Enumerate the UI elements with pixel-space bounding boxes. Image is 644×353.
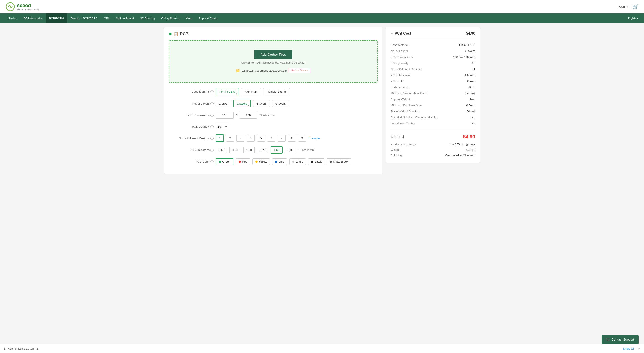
dimensions-row: PCB Dimensions i * * Units in mm [169, 112, 378, 119]
base-aluminum-btn[interactable]: Aluminum [241, 88, 261, 95]
weight-row: Weight 0.32kg [391, 147, 475, 153]
white-dot [292, 161, 294, 163]
weight-value: 0.32kg [466, 148, 475, 151]
diff-designs-info-icon[interactable]: i [210, 137, 214, 140]
base-material-info-icon[interactable]: i [210, 90, 214, 93]
quantity-info-icon[interactable]: i [210, 125, 214, 128]
thickness-120-btn[interactable]: 1.20 [257, 147, 268, 153]
color-black-btn[interactable]: Black [308, 158, 324, 165]
logo-name: seeed [17, 3, 41, 8]
top-header: seeed The IoT Hardware Enabler Sign in 🛒 [0, 0, 644, 13]
designs-8-btn[interactable]: 8 [288, 135, 296, 142]
file-name: 1545916_7segment_20210107.zip [242, 69, 287, 72]
thickness-100-btn[interactable]: 1.00 [243, 147, 255, 153]
base-flexible-btn[interactable]: Flexible Boards [263, 88, 290, 95]
file-icon: 📁 [236, 69, 240, 73]
matte-black-dot [330, 161, 332, 163]
designs-7-btn[interactable]: 7 [278, 135, 286, 142]
quantity-select[interactable]: 5 10 15 20 25 30 50 75 100 [216, 123, 229, 130]
nav-links: Fusion PCB Assembly PCB/PCBA Premium PCB… [5, 13, 222, 23]
nav-item-pcb-pcba[interactable]: PCB/PCBA [46, 13, 67, 23]
dimensions-label: PCB Dimensions i [169, 113, 214, 117]
nav-item-pcb-assembly[interactable]: PCB Assembly [20, 13, 46, 23]
nav-item-fusion[interactable]: Fusion [5, 13, 20, 23]
color-white-btn[interactable]: White [289, 158, 306, 165]
language-selector[interactable]: English ▼ [628, 17, 639, 20]
pcb-icon: 📋 [173, 31, 178, 36]
dimension-width-input[interactable] [216, 112, 234, 119]
cost-row-surface: Surface Finish HASL [391, 84, 475, 90]
collapse-icon[interactable]: ▼ [391, 32, 393, 35]
diff-designs-label: No. of Different Designs i [169, 136, 214, 140]
color-green-btn[interactable]: Green [216, 158, 234, 165]
example-link[interactable]: Example [308, 136, 320, 140]
quantity-row: PCB Quantity i 5 10 15 20 25 30 50 75 10… [169, 123, 378, 130]
color-blue-btn[interactable]: Blue [272, 158, 287, 165]
green-dot [219, 161, 221, 163]
cost-row-solder-mask: Minimum Solder Mask Dam 0.4mm↑ [391, 90, 475, 96]
thickness-080-btn[interactable]: 0.80 [230, 147, 241, 153]
layers-info-icon[interactable]: i [210, 102, 214, 105]
production-value: 3 ~ 4 Working Days [450, 143, 475, 146]
cost-header: ▼ PCB Cost $4.90 [391, 31, 475, 38]
thickness-row: PCB Thickness i 0.60 0.80 1.00 1.20 1.60… [169, 146, 378, 154]
logo[interactable]: seeed The IoT Hardware Enabler [5, 2, 41, 12]
base-fr4-btn[interactable]: FR-4 TG130 [216, 88, 239, 95]
designs-3-btn[interactable]: 3 [236, 135, 244, 142]
nav-item-kitting[interactable]: Kitting Service [158, 13, 183, 23]
gerber-viewer-btn[interactable]: Gerber Viewer [289, 68, 311, 73]
weight-label: Weight [391, 148, 400, 151]
cost-title: ▼ PCB Cost [391, 31, 411, 35]
nav-bar: Fusion PCB Assembly PCB/PCBA Premium PCB… [0, 13, 644, 23]
base-material-row: Base Material i FR-4 TG130 Aluminum Flex… [169, 88, 378, 95]
left-panel: 📋 PCB Add Gerber Files Only ZIP or RAR f… [164, 27, 382, 174]
upload-area: Add Gerber Files Only ZIP or RAR files a… [169, 40, 378, 83]
production-info-icon[interactable]: i [412, 143, 416, 146]
thickness-info-icon[interactable]: i [210, 149, 214, 152]
thickness-200-btn[interactable]: 2.00 [285, 147, 296, 153]
cost-row-drill: Minimum Drill Hole Size 0.3mm [391, 102, 475, 108]
nav-item-3d[interactable]: 3D Printing [137, 13, 158, 23]
designs-1-btn[interactable]: 1 [216, 134, 224, 142]
nav-item-opl[interactable]: OPL [100, 13, 113, 23]
add-gerber-btn[interactable]: Add Gerber Files [254, 50, 292, 59]
color-info-icon[interactable]: i [210, 160, 214, 163]
dimensions-info-icon[interactable]: i [210, 114, 214, 117]
designs-2-btn[interactable]: 2 [226, 135, 234, 142]
thickness-160-btn[interactable]: 1.60 [270, 146, 282, 154]
nav-item-more[interactable]: More [183, 13, 196, 23]
layers-1-btn[interactable]: 1 layer [216, 100, 231, 107]
main-content: 📋 PCB Add Gerber Files Only ZIP or RAR f… [159, 23, 485, 178]
designs-4-btn[interactable]: 4 [247, 135, 255, 142]
designs-5-btn[interactable]: 5 [257, 135, 265, 142]
production-row: Production Time i 3 ~ 4 Working Days [391, 141, 475, 147]
cart-icon[interactable]: 🛒 [632, 4, 639, 9]
nav-item-support-centre[interactable]: Support Centre [196, 13, 222, 23]
layers-6-btn[interactable]: 6 layers [272, 100, 289, 107]
cost-row-trace: Trace Width / Spacing 6/6 mil [391, 108, 475, 114]
color-yellow-btn[interactable]: Yellow [252, 158, 270, 165]
black-dot [311, 161, 313, 163]
designs-6-btn[interactable]: 6 [267, 135, 275, 142]
nav-item-premium[interactable]: Premium PCB/PCBA [67, 13, 100, 23]
subtotal-value: $4.90 [463, 134, 475, 140]
color-matte-black-btn[interactable]: Matte Black [327, 158, 351, 165]
color-red-btn[interactable]: Red [236, 158, 250, 165]
panel-title-text: PCB [180, 32, 188, 36]
layers-2-btn[interactable]: 2 layers [234, 100, 251, 107]
dimension-height-input[interactable] [239, 112, 257, 119]
thickness-060-btn[interactable]: 0.60 [216, 147, 227, 153]
cost-row-diff-designs: No. of Different Designs 1 [391, 66, 475, 72]
logo-icon [5, 2, 15, 12]
cost-title-text: PCB Cost [395, 31, 411, 35]
cost-row-dimensions: PCB Dimensions 100mm * 100mm [391, 54, 475, 60]
shipping-label: Shipping [391, 154, 402, 157]
nav-item-sell[interactable]: Sell on Seeed [113, 13, 137, 23]
sign-in-link[interactable]: Sign in [618, 5, 628, 8]
shipping-value: Calculated at Checkout [445, 154, 475, 157]
upload-hint: Only ZIP or RAR files accepted. Maximum … [174, 61, 373, 64]
language-label: English [628, 17, 636, 20]
cost-total: $4.90 [466, 31, 475, 35]
designs-9-btn[interactable]: 9 [298, 135, 306, 142]
layers-4-btn[interactable]: 4 layers [253, 100, 270, 107]
